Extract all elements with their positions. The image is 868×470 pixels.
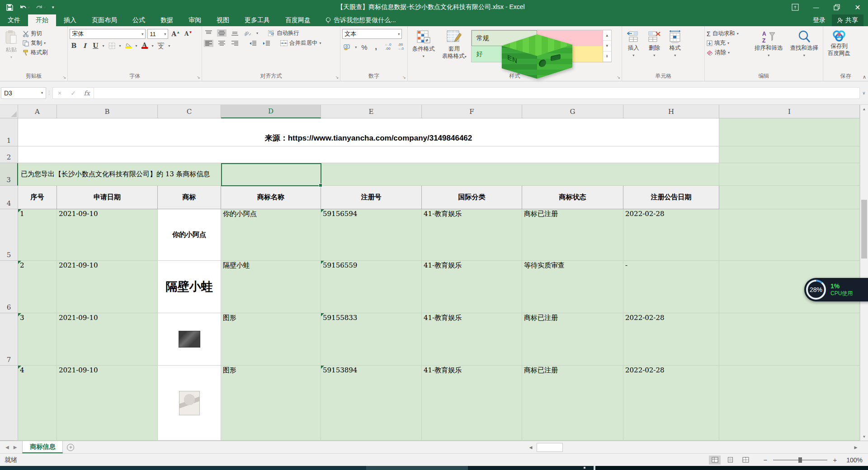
gallery-expand-icon[interactable]: ⇟ [603, 52, 611, 62]
redo-button[interactable]: ▾ [36, 4, 46, 10]
font-color-dropdown-icon[interactable]: ▾ [152, 44, 154, 48]
cell[interactable] [719, 118, 860, 146]
row-header-2[interactable]: 2 [0, 146, 18, 163]
font-name-combo[interactable]: 宋体▾ [70, 29, 146, 39]
undo-dropdown-icon[interactable]: ▾ [28, 5, 29, 9]
cell-status[interactable]: 等待实质审查 [522, 261, 623, 313]
page-break-view-button[interactable] [740, 456, 751, 465]
autosum-button[interactable]: Σ 自动求和▾ [707, 30, 750, 38]
tab-formulas[interactable]: 公式 [125, 14, 153, 26]
cell[interactable] [719, 366, 860, 441]
cell-name[interactable]: 图形 [221, 313, 321, 366]
cell-pubdate[interactable]: - [623, 261, 719, 313]
tab-review[interactable]: 审阅 [181, 14, 209, 26]
row-header-5[interactable]: 5 [0, 209, 18, 261]
cell[interactable] [18, 146, 719, 163]
phonetic-guide-button[interactable]: wén 文 [156, 41, 166, 50]
borders-dropdown-icon[interactable]: ▾ [119, 44, 121, 48]
sheet-next-icon[interactable]: ▶ [14, 445, 17, 450]
restore-button[interactable] [826, 0, 847, 14]
row-header-4[interactable]: 4 [0, 186, 18, 209]
taskbar-segment[interactable] [595, 466, 868, 470]
cell[interactable] [719, 163, 860, 186]
table-header-status[interactable]: 商标状态 [522, 186, 623, 209]
table-header-class[interactable]: 国际分类 [422, 186, 522, 209]
font-size-combo[interactable]: 11▾ [147, 29, 168, 39]
normal-view-button[interactable] [709, 456, 721, 465]
align-bottom-icon[interactable] [230, 29, 240, 37]
sign-in-link[interactable]: 登录 [808, 16, 830, 24]
scroll-up-icon[interactable]: ▲ [860, 105, 868, 113]
accounting-format-icon[interactable] [342, 43, 352, 51]
tab-more-tools[interactable]: 更多工具 [237, 14, 278, 26]
styles-dialog-launcher-icon[interactable]: ↘ [617, 75, 621, 80]
tab-file[interactable]: 文件 [0, 14, 28, 26]
sheet-tab-trademark-info[interactable]: 商标信息 [22, 441, 63, 453]
fill-color-button[interactable] [124, 42, 133, 49]
insert-function-icon[interactable]: fx [80, 89, 94, 97]
align-top-icon[interactable] [204, 29, 213, 37]
table-header-regno[interactable]: 注册号 [321, 186, 422, 209]
taskbar-segment[interactable] [0, 466, 366, 470]
minimize-button[interactable]: — [806, 0, 826, 14]
fill-button[interactable]: 填充▾ [707, 39, 750, 47]
tab-home[interactable]: 开始 [28, 14, 56, 26]
taskbar-segment[interactable] [366, 466, 468, 470]
column-header-h[interactable]: H [623, 105, 719, 118]
orientation-button[interactable]: ab [243, 29, 253, 37]
copy-button[interactable]: 复制▾ [23, 39, 48, 47]
sheet-prev-icon[interactable]: ◀ [5, 445, 9, 450]
cell-seq[interactable]: 4 [18, 366, 57, 441]
column-header-f[interactable]: F [422, 105, 522, 118]
bold-button[interactable]: B [70, 41, 78, 50]
underline-button[interactable]: U [91, 41, 99, 50]
cell-pubdate[interactable]: 2022-02-28 [623, 313, 719, 366]
format-as-table-button[interactable]: 套用表格格式▾ [439, 28, 469, 73]
font-color-button[interactable]: A [140, 42, 149, 50]
row-header-1[interactable]: 1 [0, 118, 18, 146]
cell-name[interactable]: 图形 [221, 366, 321, 441]
zoom-in-button[interactable]: + [831, 456, 839, 464]
expand-formula-bar-icon[interactable]: ∨ [860, 87, 868, 99]
confirm-entry-icon[interactable]: ✓ [66, 89, 80, 97]
orientation-dropdown-icon[interactable]: ▾ [256, 31, 258, 35]
cell-name[interactable]: 你的小阿点 [221, 209, 321, 261]
cell-class[interactable]: 41-教育娱乐 [422, 366, 522, 441]
save-to-baidu-button[interactable]: 保存到百度网盘 [825, 28, 853, 73]
cell-date[interactable]: 2021-09-10 [57, 313, 158, 366]
accounting-dropdown-icon[interactable]: ▾ [355, 45, 357, 49]
comma-style-icon[interactable]: , [372, 42, 380, 52]
cell-regno[interactable]: 59155833 [321, 313, 422, 366]
column-header-e[interactable]: E [321, 105, 422, 118]
clear-button[interactable]: 清除▾ [707, 49, 750, 56]
delete-cells-button[interactable]: 删除▾ [645, 28, 664, 73]
column-header-a[interactable]: A [18, 105, 57, 118]
save-icon[interactable] [6, 4, 13, 11]
alignment-dialog-launcher-icon[interactable]: ↘ [335, 75, 339, 80]
cell-source-url[interactable]: 来源：https://www.tianyancha.com/company/31… [18, 118, 719, 146]
decrease-decimal-icon[interactable]: .00→.0 [396, 42, 405, 52]
insert-cells-button[interactable]: 插入▾ [624, 28, 643, 73]
cell-trademark[interactable] [158, 313, 221, 366]
underline-dropdown-icon[interactable]: ▾ [103, 44, 104, 48]
merge-center-button[interactable]: 合并后居中▾ [280, 39, 321, 47]
zoom-slider-thumb[interactable] [798, 457, 802, 463]
close-button[interactable]: ✕ [847, 0, 868, 14]
cell-regno[interactable]: 59156559 [321, 261, 422, 313]
cell-date[interactable]: 2021-09-10 [57, 261, 158, 313]
cell-date[interactable]: 2021-09-10 [57, 366, 158, 441]
row-header-8[interactable] [0, 366, 18, 441]
table-header-date[interactable]: 申请日期 [57, 186, 158, 209]
phonetic-dropdown-icon[interactable]: ▾ [168, 44, 170, 48]
cell[interactable] [719, 146, 860, 163]
column-header-d[interactable]: D [221, 105, 321, 118]
cell-pubdate[interactable]: 2022-02-28 [623, 209, 719, 261]
taskbar-sliver[interactable] [0, 466, 868, 470]
decrease-font-icon[interactable]: A▼ [183, 30, 193, 38]
align-left-icon[interactable] [204, 40, 213, 47]
column-header-c[interactable]: C [158, 105, 221, 118]
zoom-percentage[interactable]: 100% [843, 456, 863, 464]
tab-view[interactable]: 视图 [209, 14, 237, 26]
italic-button[interactable]: I [80, 41, 89, 50]
customize-qat-icon[interactable]: ▾ [52, 5, 54, 9]
